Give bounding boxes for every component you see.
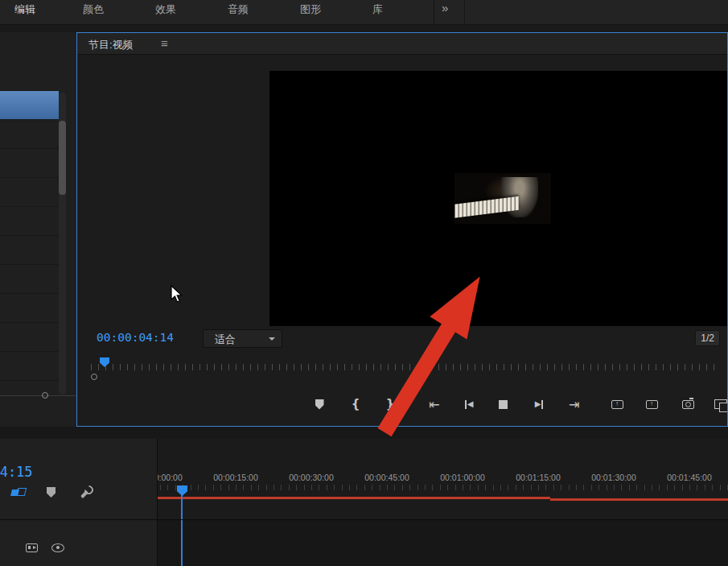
- wrench-icon: [81, 485, 94, 498]
- panel-menu-icon[interactable]: ≡: [161, 36, 168, 50]
- play-stop-button[interactable]: [492, 395, 513, 413]
- mark-out-button[interactable]: }: [380, 395, 401, 413]
- marker-icon: [315, 399, 324, 410]
- ruler-label: 00:01:30:00: [574, 473, 654, 482]
- program-video-area: [269, 71, 727, 326]
- tabs-overflow-chevron-icon[interactable]: »: [442, 1, 448, 14]
- zoom-handle-icon[interactable]: [91, 374, 97, 380]
- go-to-in-icon: ⇤: [429, 397, 439, 412]
- vertical-scrollbar[interactable]: [59, 93, 66, 395]
- eye-icon: [51, 543, 64, 552]
- render-bar-red: [157, 497, 550, 499]
- step-forward-icon: ▶: [535, 400, 541, 408]
- tabbar-divider: [464, 0, 465, 25]
- add-marker-button[interactable]: [47, 487, 56, 498]
- list-item[interactable]: [0, 323, 59, 352]
- scrollbar-thumb[interactable]: [59, 121, 66, 195]
- stop-icon: [499, 400, 508, 409]
- ruler-label: 00:01:15:00: [498, 473, 578, 482]
- premiere-app-window: 编辑 颜色 效果 音频 图形 库 » ▶ ↗: [0, 0, 728, 566]
- list-item[interactable]: [0, 178, 59, 207]
- film-frame-icon: [26, 543, 38, 552]
- playback-resolution-button[interactable]: 1/2: [695, 330, 720, 346]
- ruler-label: 00:01:00:00: [422, 473, 503, 482]
- playhead-line: [181, 495, 183, 566]
- mark-out-icon: }: [386, 397, 395, 411]
- add-marker-button[interactable]: [309, 395, 330, 413]
- timeline-track-area: 00:00:00:00 00:00:15:00 00:00:30:00 00:0…: [157, 439, 728, 566]
- track-output-toggle[interactable]: [51, 543, 64, 552]
- program-monitor-panel: 节目:视频 ≡ 00:00:04:14 适合 1/2 { } ⇤ ◀ ▶ ⇥ ↑…: [76, 32, 728, 427]
- program-mini-timeline[interactable]: [91, 364, 718, 370]
- tab-effects[interactable]: 效果: [155, 2, 176, 17]
- tab-color[interactable]: 颜色: [83, 2, 104, 17]
- export-frame-button[interactable]: [677, 395, 698, 413]
- step-forward-button[interactable]: ▶: [529, 395, 549, 413]
- tabbar-divider: [434, 0, 434, 25]
- track-separator: [0, 519, 728, 520]
- timeline-panel: 00:00:04:15 00:00:00:00 00:00:15:00 00:0…: [0, 439, 728, 566]
- marker-icon: [47, 487, 56, 498]
- fit-dropdown[interactable]: 适合: [203, 329, 282, 348]
- mark-in-button[interactable]: {: [345, 395, 366, 413]
- camera-icon: [682, 400, 694, 409]
- ruler-label: 00:00:15:00: [195, 473, 276, 482]
- list-item[interactable]: [0, 149, 59, 178]
- mark-in-icon: {: [352, 397, 360, 411]
- go-to-out-button[interactable]: ⇥: [564, 395, 585, 413]
- chevron-down-icon: [269, 337, 275, 341]
- list-item[interactable]: [0, 207, 59, 236]
- list-item[interactable]: [0, 236, 59, 265]
- workspace-tabs-bar: 编辑 颜色 效果 音频 图形 库 »: [0, 0, 728, 25]
- ruler-label: 00:00:30:00: [271, 473, 352, 482]
- tab-audio[interactable]: 音频: [228, 2, 249, 17]
- panel-zoom-bar: [0, 395, 76, 396]
- ruler-label: 00:00:00:00: [157, 473, 200, 482]
- ruler-label: 00:01:45:00: [649, 473, 728, 482]
- track-lane: [157, 520, 728, 566]
- list-item[interactable]: [0, 352, 59, 381]
- program-timecode[interactable]: 00:00:04:14: [97, 331, 174, 344]
- go-to-in-button[interactable]: ⇤: [424, 395, 445, 413]
- lift-button[interactable]: ↑: [607, 395, 627, 413]
- render-bar-red: [550, 498, 728, 501]
- timeline-ruler[interactable]: [157, 485, 728, 490]
- tab-edit[interactable]: 编辑: [14, 2, 35, 17]
- extract-button[interactable]: ↑: [641, 395, 662, 413]
- program-panel-tab[interactable]: 节目:视频: [88, 38, 134, 52]
- comparison-view-icon: [714, 399, 727, 409]
- lift-icon: ↑: [611, 400, 623, 409]
- program-panel-header: 节目:视频 ≡: [77, 33, 727, 55]
- panel-gap: [0, 427, 728, 439]
- track-source-button[interactable]: [26, 543, 38, 552]
- timeline-playhead-icon[interactable]: [177, 485, 187, 496]
- tab-graphics[interactable]: 图形: [300, 2, 321, 17]
- list-item[interactable]: [0, 294, 59, 323]
- timeline-settings-button[interactable]: [81, 485, 94, 498]
- step-back-button[interactable]: ◀: [459, 395, 479, 413]
- video-preview-thumbnail: [454, 173, 551, 224]
- comparison-view-button[interactable]: [710, 395, 728, 413]
- fit-dropdown-value: 适合: [215, 333, 236, 347]
- list-item[interactable]: [0, 62, 59, 91]
- step-back-icon: ◀: [467, 400, 474, 408]
- ruler-label: 00:00:45:00: [347, 473, 427, 482]
- extract-icon: ↑: [646, 400, 658, 409]
- project-panel-sliver: ▶ ↗: [0, 32, 76, 427]
- timeline-header-divider: [157, 439, 158, 566]
- list-item-selected[interactable]: [0, 91, 59, 120]
- tab-library[interactable]: 库: [372, 2, 383, 17]
- list-item[interactable]: [0, 265, 59, 294]
- list-item[interactable]: [0, 120, 59, 149]
- zoom-handle-icon[interactable]: [42, 392, 48, 399]
- go-to-out-icon: ⇥: [569, 397, 579, 412]
- timeline-timecode[interactable]: 00:00:04:15: [0, 464, 26, 480]
